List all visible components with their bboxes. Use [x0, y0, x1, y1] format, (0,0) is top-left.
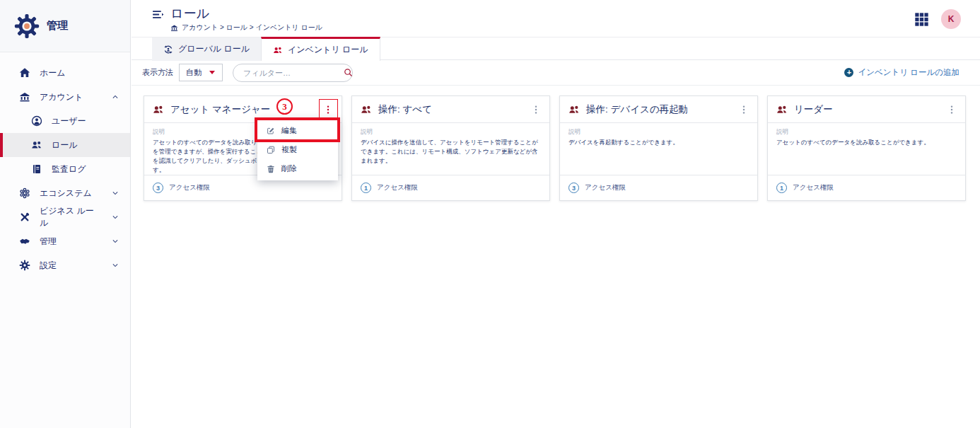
settings-gear-icon: [19, 260, 30, 271]
breadcrumb-text: アカウント > ロール > インベントリ ロール: [182, 23, 322, 33]
view-mode-select[interactable]: 自動: [179, 64, 223, 81]
sidebar-item-label: 管理: [40, 236, 57, 248]
user-circle-icon: [31, 115, 42, 127]
sidebar-item-label: 監査ログ: [52, 163, 86, 175]
plus-circle-icon: +: [844, 68, 853, 77]
chevron-down-icon: [112, 238, 119, 245]
trash-icon: [267, 165, 275, 173]
sidebar-item-label: アカウント: [40, 91, 83, 103]
tab-label: インベントリ ロール: [288, 44, 368, 56]
access-permissions-label[interactable]: アクセス権限: [377, 183, 418, 192]
tab-inventory-roles[interactable]: インベントリ ロール: [261, 37, 380, 61]
bank-icon: [19, 91, 30, 103]
kebab-menu-icon[interactable]: [739, 104, 749, 115]
add-inventory-role-button[interactable]: + インベントリ ロールの追加: [844, 67, 959, 78]
access-permissions-label[interactable]: アクセス権限: [793, 183, 834, 192]
role-description: デバイスに操作を送信して、アセットをリモート管理することができます。これには、リ…: [361, 138, 541, 166]
role-card-title: リーダー: [794, 103, 833, 116]
tab-bar: グローバル ロール インベントリ ロール: [132, 37, 980, 60]
roles-list-icon: [152, 8, 164, 21]
role-card-reader: リーダー 説明 アセットのすべてのデータを読み取ることができます。 1 アクセス…: [767, 96, 966, 201]
sidebar-item-label: ユーザー: [52, 115, 86, 127]
sidebar-item-settings[interactable]: 設定: [0, 253, 130, 277]
sidebar-item-home[interactable]: ホーム: [0, 61, 130, 85]
admin-app: 管理 ホーム アカウント ユーザー ロール 監査ログ: [0, 0, 980, 428]
view-mode-value: 自動: [186, 67, 202, 78]
sidebar-nav: ホーム アカウント ユーザー ロール 監査ログ エコシステム: [0, 52, 130, 277]
description-label: 説明: [776, 128, 957, 137]
role-people-icon: [153, 104, 164, 115]
role-people-icon: [361, 104, 372, 115]
menu-item-duplicate[interactable]: 複製: [257, 140, 338, 159]
people-icon: [273, 45, 283, 55]
sidebar-item-roles[interactable]: ロール: [0, 133, 130, 157]
sidebar-item-label: エコシステム: [40, 187, 92, 199]
breadcrumb: アカウント > ロール > インベントリ ロール: [170, 23, 322, 33]
filter-input[interactable]: [243, 69, 344, 77]
sidebar: 管理 ホーム アカウント ユーザー ロール 監査ログ: [0, 0, 131, 428]
chevron-down-icon: [112, 190, 119, 197]
audit-log-icon: [31, 163, 42, 175]
page-title: ロール: [170, 6, 322, 21]
tab-global-roles[interactable]: グローバル ロール: [152, 37, 261, 61]
caret-down-icon: [209, 71, 215, 74]
role-people-icon: [776, 104, 788, 115]
sidebar-item-users[interactable]: ユーザー: [0, 109, 130, 133]
annotation-step-circle: 3: [276, 98, 293, 115]
menu-item-label: 削除: [281, 163, 297, 174]
view-mode-label: 表示方法: [142, 67, 173, 78]
chevron-down-icon: [112, 214, 119, 221]
kebab-menu-icon[interactable]: [323, 104, 333, 115]
description-label: 説明: [361, 128, 541, 137]
ecosystem-icon: [19, 187, 30, 199]
sidebar-item-business-rules[interactable]: ビジネス ルール: [0, 205, 130, 229]
copy-icon: [267, 146, 275, 154]
role-card-operation-all: 操作: すべて 説明 デバイスに操作を送信して、アセットをリモート管理することが…: [351, 96, 550, 201]
kebab-menu-icon[interactable]: [531, 104, 541, 115]
sync-person-icon: [163, 45, 173, 54]
handshake-icon: [19, 236, 30, 247]
access-count-badge: 3: [153, 183, 163, 193]
tab-label: グローバル ロール: [178, 43, 250, 55]
page-header: ロール アカウント > ロール > インベントリ ロール K: [132, 0, 980, 37]
sidebar-item-ecosystem[interactable]: エコシステム: [0, 181, 130, 205]
sidebar-item-account[interactable]: アカウント: [0, 85, 130, 109]
kebab-menu-icon[interactable]: [947, 104, 957, 115]
role-people-icon: [568, 104, 580, 115]
role-card-title: 操作: デバイスの再起動: [586, 103, 688, 116]
role-card-title: 操作: すべて: [378, 103, 432, 116]
sidebar-item-label: ロール: [52, 139, 78, 151]
menu-item-edit[interactable]: 編集: [257, 121, 338, 140]
access-count-badge: 3: [568, 183, 579, 193]
sidebar-item-management[interactable]: 管理: [0, 229, 130, 253]
role-description: アセットのすべてのデータを読み取ることができます。: [776, 138, 957, 147]
sidebar-item-label: ホーム: [40, 67, 66, 79]
access-permissions-label[interactable]: アクセス権限: [169, 183, 210, 192]
breadcrumb-bank-icon: [170, 24, 178, 32]
access-count-badge: 1: [776, 183, 787, 193]
sidebar-item-label: ビジネス ルール: [40, 205, 103, 229]
chevron-up-icon: [112, 93, 119, 100]
app-name: 管理: [47, 19, 68, 33]
chevron-down-icon: [112, 262, 119, 269]
role-card-title: アセット マネージャー: [170, 103, 270, 116]
role-description: デバイスを再起動することができます。: [568, 138, 749, 147]
sidebar-item-label: 設定: [40, 260, 57, 272]
sidebar-item-audit-log[interactable]: 監査ログ: [0, 157, 130, 181]
apps-grid-icon[interactable]: [914, 12, 929, 27]
menu-item-delete[interactable]: 削除: [257, 159, 338, 178]
menu-item-label: 編集: [281, 125, 297, 136]
main-area: ロール アカウント > ロール > インベントリ ロール K グローバル ロール: [132, 0, 980, 428]
home-icon: [19, 67, 30, 79]
app-logo[interactable]: 管理: [0, 0, 130, 52]
gear-logo-icon: [14, 13, 40, 39]
card-context-menu: 編集 複製 削除: [257, 119, 338, 180]
access-permissions-label[interactable]: アクセス権限: [585, 183, 626, 192]
edit-icon: [267, 127, 275, 135]
people-icon: [31, 139, 42, 151]
access-count-badge: 1: [361, 183, 371, 193]
add-inventory-role-label: インベントリ ロールの追加: [858, 67, 959, 78]
toolbar: 表示方法 自動 + インベントリ ロールの追加: [132, 60, 980, 86]
avatar[interactable]: K: [941, 9, 961, 29]
crossed-tools-icon: [19, 212, 30, 223]
